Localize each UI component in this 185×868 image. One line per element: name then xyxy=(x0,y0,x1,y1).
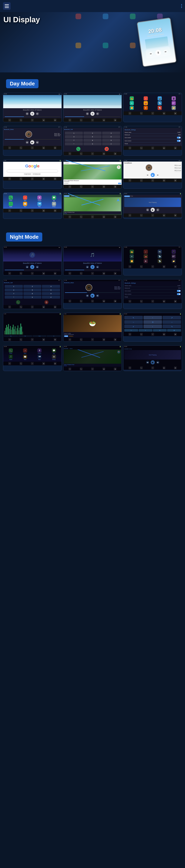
toggle-auto-connect[interactable] xyxy=(177,140,181,142)
next-now[interactable]: ⏭ xyxy=(156,208,159,211)
night-home-12[interactable]: ⌂ xyxy=(129,367,131,369)
night-music-11[interactable]: ♪ xyxy=(91,368,94,370)
settings-icon-5[interactable]: ⚙ xyxy=(114,152,116,155)
night-app-7[interactable]: 📡 xyxy=(158,254,162,258)
next-night-1[interactable]: ⏭ xyxy=(36,266,39,269)
home-icon-11[interactable]: ⌂ xyxy=(69,216,71,218)
night-settings-11[interactable]: ⚙ xyxy=(114,368,116,370)
night-phone-7[interactable]: 📞 xyxy=(20,338,22,341)
night-music-7[interactable]: ♪ xyxy=(31,338,34,341)
settings-icon-9[interactable]: ⚙ xyxy=(174,179,177,182)
night-app-12[interactable]: 📁 xyxy=(171,259,176,263)
phone-icon-6[interactable]: 📞 xyxy=(140,147,143,149)
play-night-now[interactable]: ▶ xyxy=(151,360,155,365)
nav-icon-8[interactable]: ⊕ xyxy=(103,185,105,188)
home-icon-3[interactable]: ⌂ xyxy=(129,112,131,115)
settings-icon-6[interactable]: ⚙ xyxy=(174,147,177,149)
app-icon-12[interactable]: 📁 xyxy=(171,106,176,110)
go-button[interactable]: GO xyxy=(118,183,121,184)
phone-icon-11[interactable]: 📞 xyxy=(80,216,82,218)
night-phone-4[interactable]: 📞 xyxy=(20,306,22,308)
app-icon-5[interactable]: ✈ xyxy=(130,101,134,105)
night-nav-3[interactable]: ⊕ xyxy=(163,265,165,268)
night-home-9[interactable]: ⌂ xyxy=(129,333,131,336)
nav-icon-7[interactable]: ⊕ xyxy=(42,178,45,180)
menu-icon[interactable] xyxy=(3,2,10,10)
ios-app-podcast[interactable]: 🎙 Podcast xyxy=(33,195,46,201)
hangup-btn[interactable]: 📵 xyxy=(105,147,109,151)
night-home-1[interactable]: ⌂ xyxy=(8,272,11,275)
settings-icon[interactable]: ⚙ xyxy=(54,119,56,121)
night-nav-11[interactable]: ⊕ xyxy=(103,368,105,370)
night-dial-0[interactable]: 0 xyxy=(23,296,42,299)
phone-icon-9[interactable]: 📞 xyxy=(140,179,143,182)
music-icon-3[interactable]: ♪ xyxy=(151,112,154,115)
home-icon-2[interactable]: ⌂ xyxy=(69,119,71,121)
app-icon-3[interactable]: 📷 xyxy=(158,96,162,100)
night-app-11[interactable]: 📡 xyxy=(158,259,162,263)
next-night-now[interactable]: ⏭ xyxy=(156,361,159,364)
dial-8[interactable]: 8 xyxy=(83,139,102,142)
locate-btn[interactable]: 📍 xyxy=(117,165,121,169)
night-app-8[interactable]: BT xyxy=(171,254,176,258)
night-phone-5[interactable]: 📞 xyxy=(80,300,82,302)
ctrl-vol-down[interactable]: V- xyxy=(138,329,153,332)
night-settings-6[interactable]: ⚙ xyxy=(174,300,177,303)
prev-social[interactable]: ⏮ xyxy=(146,174,149,177)
ctrl-mute[interactable]: M xyxy=(153,329,167,332)
prev-night-now[interactable]: ⏮ xyxy=(146,361,149,364)
night-settings-1[interactable]: ⚙ xyxy=(54,272,56,275)
nav-icon-9[interactable]: ⊕ xyxy=(163,179,165,182)
dial-4[interactable]: 4 xyxy=(65,135,83,138)
night-phone-10[interactable]: 📞 xyxy=(20,362,22,365)
play-now[interactable]: ▶ xyxy=(151,208,155,212)
night-nav-8[interactable]: ⊕ xyxy=(103,338,105,341)
app-icon-1[interactable]: 📻 xyxy=(130,96,134,100)
google-lucky-btn[interactable]: I'm Feeling Lucky xyxy=(32,173,41,175)
ios-app-maps[interactable]: 🗺 Maps xyxy=(33,202,46,207)
music-icon-12[interactable]: ♪ xyxy=(151,214,154,217)
night-call-btn[interactable]: 📞 xyxy=(16,300,20,304)
night-settings-2[interactable]: ⚙ xyxy=(114,272,116,275)
music-icon-9[interactable]: ♪ xyxy=(151,179,154,182)
night-music-12[interactable]: ♪ xyxy=(151,367,154,369)
nav-icon-10[interactable]: ⊕ xyxy=(42,209,45,212)
music-icon-4[interactable]: ♪ xyxy=(31,147,34,149)
night-phone-9[interactable]: 📞 xyxy=(140,333,143,336)
home-icon-12[interactable]: ⌂ xyxy=(129,214,131,217)
nav-icon-11[interactable]: ⊕ xyxy=(103,216,105,218)
night-home-6[interactable]: ⌂ xyxy=(129,300,131,303)
settings-icon-10[interactable]: ⚙ xyxy=(54,209,56,212)
night-app-1[interactable]: 📻 xyxy=(130,250,134,254)
night-home-2[interactable]: ⌂ xyxy=(69,272,71,275)
prev-bt[interactable]: ⏮ xyxy=(26,141,29,144)
play-night-bt[interactable]: ▶ xyxy=(90,293,95,298)
toggle-auto-answer[interactable] xyxy=(177,137,181,138)
app-icon-9[interactable]: 📶 xyxy=(130,106,134,110)
play-bt[interactable]: ▶ xyxy=(30,140,34,145)
night-app-6[interactable]: 🚗 xyxy=(144,254,148,258)
dial-0[interactable]: 0 xyxy=(83,142,102,145)
music-icon-8[interactable]: ♪ xyxy=(91,185,94,188)
night-settings-9[interactable]: ⚙ xyxy=(174,333,177,336)
next-bt[interactable]: ⏭ xyxy=(36,141,39,144)
night-home-10[interactable]: ⌂ xyxy=(8,362,11,365)
night-ios-app-music[interactable]: ♪ Music xyxy=(18,348,32,354)
next-social[interactable]: ⏭ xyxy=(156,174,159,177)
nav-down-left[interactable]: ↙ xyxy=(124,324,143,328)
night-nav-1[interactable]: ⊕ xyxy=(42,272,45,275)
play-ctrl[interactable]: ⏸ xyxy=(30,112,34,116)
ios-app-messages[interactable]: 💬 Msg xyxy=(47,195,60,201)
nav-icon-12[interactable]: ⊕ xyxy=(163,214,165,217)
night-dial-2[interactable]: 2 xyxy=(23,285,42,288)
night-phone-8[interactable]: 📞 xyxy=(80,338,82,341)
app-icon-11[interactable]: 📡 xyxy=(158,106,162,110)
phone-icon-2[interactable]: 📞 xyxy=(80,119,82,121)
home-icon-10[interactable]: ⌂ xyxy=(8,209,11,212)
night-nav-9[interactable]: ⊕ xyxy=(163,333,165,336)
phone-icon-8[interactable]: 📞 xyxy=(80,185,82,188)
settings-icon-11[interactable]: ⚙ xyxy=(114,216,116,218)
phone-icon[interactable]: 📞 xyxy=(20,119,22,121)
home-icon-4[interactable]: ⌂ xyxy=(8,147,11,149)
dial-6[interactable]: 6 xyxy=(102,135,120,138)
